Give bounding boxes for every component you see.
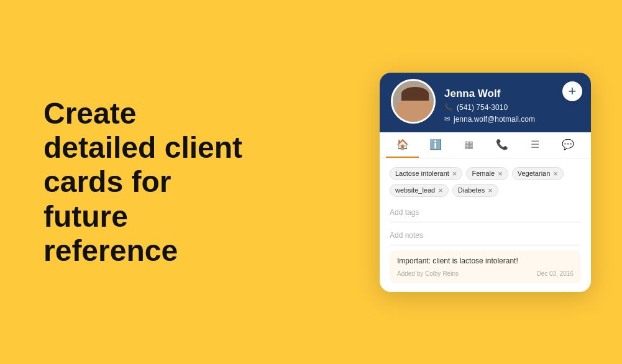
tag-label: Diabetes — [458, 186, 485, 194]
add-tags-label: Add tags — [390, 208, 419, 217]
client-info: Jenna Wolf 📞 (541) 754-3010 ✉ jenna.wolf… — [444, 84, 535, 124]
headline: Create detailed client cards for future … — [43, 96, 336, 268]
right-section: Jenna Wolf 📞 (541) 754-3010 ✉ jenna.wolf… — [361, 54, 622, 311]
headline-line1: Create — [43, 97, 136, 130]
avatar — [391, 79, 436, 124]
tags-container: Lactose intolerant × Female × Vegetarian… — [390, 167, 581, 197]
tag-label: website_lead — [395, 186, 435, 194]
tab-notes-list[interactable]: ☰ — [518, 132, 551, 158]
headline-line4: future — [43, 200, 128, 233]
note-text: Important: client is lactose intolerant! — [397, 257, 574, 265]
add-tags-field[interactable]: Add tags — [390, 203, 581, 222]
tag-diabetes: Diabetes × — [452, 184, 498, 197]
tab-calendar[interactable]: ▦ — [452, 132, 485, 158]
headline-line2: detailed client — [43, 131, 242, 164]
tag-close-lactose[interactable]: × — [452, 170, 457, 178]
avatar-hair — [401, 87, 429, 101]
card-body: Lactose intolerant × Female × Vegetarian… — [380, 158, 591, 292]
email-icon: ✉ — [444, 115, 450, 123]
email-address: jenna.wolf@hotmail.com — [454, 115, 535, 124]
tag-female: Female × — [466, 167, 508, 180]
avatar-image — [393, 81, 434, 122]
note-author: Added by Colby Reins — [397, 270, 459, 277]
phone-row: 📞 (541) 754-3010 — [444, 103, 535, 112]
tab-home[interactable]: 🏠 — [386, 132, 419, 158]
client-name: Jenna Wolf — [444, 88, 535, 100]
note-meta: Added by Colby Reins Dec 03, 2016 — [397, 270, 574, 277]
tag-vegetarian: Vegetarian × — [512, 167, 564, 180]
tag-label: Lactose intolerant — [395, 170, 449, 177]
tab-chat[interactable]: 💬 — [552, 132, 585, 158]
add-button[interactable]: + — [562, 81, 582, 101]
tag-close-diabetes[interactable]: × — [488, 186, 493, 194]
card-header: Jenna Wolf 📞 (541) 754-3010 ✉ jenna.wolf… — [380, 73, 591, 132]
tag-website-lead: website_lead × — [390, 184, 449, 197]
tab-calls[interactable]: 📞 — [485, 132, 518, 158]
add-notes-label: Add notes — [390, 231, 423, 240]
tab-info[interactable]: ℹ️ — [419, 132, 452, 158]
tag-close-vegetarian[interactable]: × — [553, 170, 558, 178]
note-box: Important: client is lactose intolerant!… — [390, 250, 581, 283]
tag-label: Vegetarian — [518, 170, 551, 177]
tag-close-female[interactable]: × — [498, 170, 503, 178]
phone-icon: 📞 — [444, 103, 453, 111]
tag-close-website-lead[interactable]: × — [438, 186, 443, 194]
headline-line3: cards for — [43, 165, 171, 198]
note-date: Dec 03, 2016 — [537, 270, 574, 277]
left-section: Create detailed client cards for future … — [0, 59, 361, 305]
headline-line5: reference — [43, 234, 178, 267]
client-card: Jenna Wolf 📞 (541) 754-3010 ✉ jenna.wolf… — [380, 73, 591, 292]
tag-lactose: Lactose intolerant × — [390, 167, 462, 180]
card-tabs: 🏠 ℹ️ ▦ 📞 ☰ 💬 — [380, 132, 591, 158]
phone-number: (541) 754-3010 — [457, 103, 508, 112]
tag-label: Female — [472, 170, 495, 177]
add-notes-field[interactable]: Add notes — [390, 226, 581, 245]
email-row: ✉ jenna.wolf@hotmail.com — [444, 115, 535, 124]
